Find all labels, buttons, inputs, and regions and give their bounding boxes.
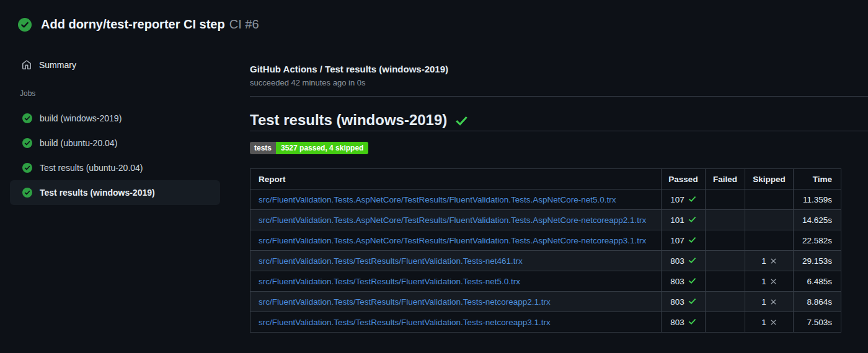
time-cell: 29.153s xyxy=(794,251,841,271)
report-cell: src/FluentValidation.Tests/TestResults/F… xyxy=(250,271,662,292)
failed-cell xyxy=(706,190,745,210)
cell-value: 7.503s xyxy=(807,318,832,327)
column-header-report: Report xyxy=(250,169,662,190)
cell-value: 803 xyxy=(670,297,684,307)
title-check-icon xyxy=(455,115,468,128)
time-cell: 22.582s xyxy=(794,230,841,251)
report-cell: src/FluentValidation.Tests.AspNetCore/Te… xyxy=(250,190,662,210)
report-cell: src/FluentValidation.Tests.AspNetCore/Te… xyxy=(250,230,662,251)
failed-cell xyxy=(706,271,745,292)
cell-value: 8.864s xyxy=(807,297,832,307)
time-cell: 7.503s xyxy=(794,312,841,333)
skipped-cell: 1 xyxy=(745,251,794,271)
passed-check-icon xyxy=(688,256,696,264)
cell-value: 22.582s xyxy=(802,236,832,245)
table-row: src/FluentValidation.Tests/TestResults/F… xyxy=(250,312,841,333)
skipped-cell: 1 xyxy=(745,271,794,292)
report-link[interactable]: src/FluentValidation.Tests.AspNetCore/Te… xyxy=(259,236,646,245)
failed-cell xyxy=(706,210,745,230)
column-header-passed: Passed xyxy=(662,169,706,190)
job-label: Test results (ubuntu-20.04) xyxy=(40,163,143,173)
table-row: src/FluentValidation.Tests.AspNetCore/Te… xyxy=(250,210,841,230)
report-link[interactable]: src/FluentValidation.Tests.AspNetCore/Te… xyxy=(259,216,646,225)
divider xyxy=(250,131,868,131)
cell-value: 1 xyxy=(761,256,766,266)
sidebar-job-item[interactable]: Test results (windows-2019) xyxy=(10,180,220,205)
home-icon xyxy=(22,60,32,70)
skipped-cell xyxy=(745,210,794,230)
failed-cell xyxy=(706,230,745,251)
cell-value: 101 xyxy=(670,216,684,225)
sidebar-item-summary[interactable]: Summary xyxy=(22,58,236,72)
skipped-x-icon xyxy=(770,258,777,264)
report-cell: src/FluentValidation.Tests/TestResults/F… xyxy=(250,251,662,271)
passed-check-icon xyxy=(688,216,696,224)
cell-value: 29.153s xyxy=(802,256,832,266)
cell-value: 6.485s xyxy=(807,277,832,286)
sidebar-job-item[interactable]: build (ubuntu-20.04) xyxy=(10,131,220,155)
table-row: src/FluentValidation.Tests.AspNetCore/Te… xyxy=(250,230,841,251)
skipped-x-icon xyxy=(770,319,777,326)
report-link[interactable]: src/FluentValidation.Tests.AspNetCore/Te… xyxy=(259,195,616,204)
time-cell: 11.359s xyxy=(794,190,841,210)
column-header-failed: Failed xyxy=(706,169,745,190)
passed-cell: 803 xyxy=(662,292,706,312)
passed-check-icon xyxy=(688,236,696,244)
sidebar: Summary Jobs build (windows-2019) build … xyxy=(0,50,236,205)
time-cell: 6.485s xyxy=(794,271,841,292)
sidebar-job-item[interactable]: build (windows-2019) xyxy=(10,106,220,131)
table-row: src/FluentValidation.Tests/TestResults/F… xyxy=(250,251,841,271)
report-cell: src/FluentValidation.Tests/TestResults/F… xyxy=(250,292,662,312)
cell-value: 11.359s xyxy=(803,195,832,204)
report-cell: src/FluentValidation.Tests/TestResults/F… xyxy=(250,312,662,333)
passed-cell: 107 xyxy=(662,230,706,251)
time-cell: 14.625s xyxy=(794,210,841,230)
skipped-x-icon xyxy=(770,299,777,305)
divider xyxy=(250,96,868,97)
run-number: CI #6 xyxy=(229,17,259,31)
success-check-circle-icon xyxy=(22,113,32,123)
cell-value: 107 xyxy=(670,195,684,204)
passed-check-icon xyxy=(688,318,696,326)
passed-cell: 803 xyxy=(662,271,706,292)
table-row: src/FluentValidation.Tests/TestResults/F… xyxy=(250,271,841,292)
run-header: Add dorny/test-reporter CI stepCI #6 xyxy=(18,17,259,32)
passed-cell: 803 xyxy=(662,312,706,333)
column-header-time: Time xyxy=(794,169,841,190)
report-link[interactable]: src/FluentValidation.Tests/TestResults/F… xyxy=(259,256,523,266)
report-link[interactable]: src/FluentValidation.Tests/TestResults/F… xyxy=(259,297,551,307)
cell-value: 107 xyxy=(670,236,684,245)
table-row: src/FluentValidation.Tests/TestResults/F… xyxy=(250,292,841,312)
skipped-cell xyxy=(745,230,794,251)
badge-value: 3527 passed, 4 skipped xyxy=(276,142,368,154)
summary-label: Summary xyxy=(39,60,76,70)
passed-check-icon xyxy=(688,297,696,305)
report-cell: src/FluentValidation.Tests.AspNetCore/Te… xyxy=(250,210,662,230)
job-list: build (windows-2019) build (ubuntu-20.04… xyxy=(0,106,236,205)
cell-value: 1 xyxy=(761,277,766,286)
check-run-status-line: succeeded 42 minutes ago in 0s xyxy=(250,78,365,87)
report-link[interactable]: src/FluentValidation.Tests/TestResults/F… xyxy=(259,318,551,327)
section-title: Test results (windows-2019) xyxy=(250,111,468,129)
success-check-circle-icon xyxy=(22,163,32,173)
report-link[interactable]: src/FluentValidation.Tests/TestResults/F… xyxy=(259,277,520,286)
success-check-circle-icon xyxy=(22,188,32,198)
cell-value: 1 xyxy=(761,318,766,327)
cell-value: 803 xyxy=(670,318,684,327)
skipped-cell xyxy=(745,190,794,210)
sidebar-job-item[interactable]: Test results (ubuntu-20.04) xyxy=(10,155,220,180)
cell-value: 14.625s xyxy=(802,216,832,225)
skipped-cell: 1 xyxy=(745,292,794,312)
passed-cell: 107 xyxy=(662,190,706,210)
success-check-circle-icon xyxy=(18,18,32,32)
time-cell: 8.864s xyxy=(794,292,841,312)
table-header-row: ReportPassedFailedSkippedTime xyxy=(250,169,841,190)
job-label: build (ubuntu-20.04) xyxy=(40,138,117,148)
job-label: Test results (windows-2019) xyxy=(40,188,155,198)
skipped-x-icon xyxy=(770,278,777,285)
jobs-section-label: Jobs xyxy=(20,89,236,99)
section-title-text: Test results (windows-2019) xyxy=(250,111,447,129)
passed-cell: 101 xyxy=(662,210,706,230)
run-title: Add dorny/test-reporter CI stepCI #6 xyxy=(41,17,259,32)
failed-cell xyxy=(706,312,745,333)
